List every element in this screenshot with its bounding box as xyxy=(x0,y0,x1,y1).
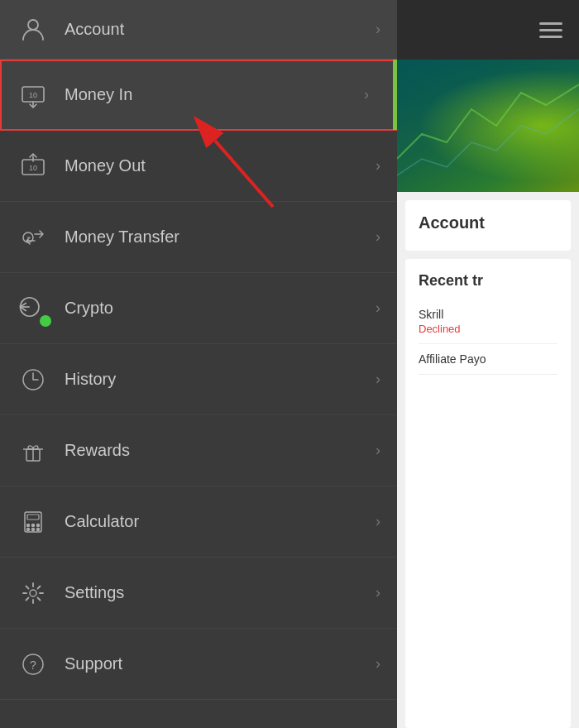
sidebar-item-history[interactable]: History › xyxy=(0,344,397,415)
transaction-item: Skrill Declined xyxy=(419,299,557,344)
svg-point-15 xyxy=(37,524,40,526)
svg-point-13 xyxy=(27,524,30,526)
money-out-icon: 10 xyxy=(17,150,50,183)
sidebar-item-label: Money In xyxy=(65,85,356,104)
account-icon xyxy=(17,13,50,46)
chevron-right-icon: › xyxy=(376,442,380,459)
svg-point-18 xyxy=(37,528,40,530)
recent-section-title: Recent tr xyxy=(419,272,557,290)
money-transfer-icon: 1 xyxy=(17,221,50,254)
sidebar-item-label: Support xyxy=(65,654,367,673)
sidebar-item-calculator[interactable]: Calculator › xyxy=(0,486,397,558)
banner-image xyxy=(397,60,579,192)
sidebar-item-label: History xyxy=(65,370,367,389)
chevron-right-icon: › xyxy=(376,299,380,317)
sidebar-item-crypto[interactable]: Crypto › xyxy=(0,273,397,344)
sidebar-item-label: Settings xyxy=(65,583,367,602)
transaction-item: Affiliate Payo xyxy=(419,344,557,375)
chevron-right-icon: › xyxy=(376,21,380,38)
chevron-right-icon: › xyxy=(364,86,369,103)
transaction-name: Affiliate Payo xyxy=(419,352,557,366)
settings-icon xyxy=(17,577,50,610)
sidebar-item-settings[interactable]: Settings › xyxy=(0,558,397,629)
support-icon: ? xyxy=(17,648,50,681)
svg-text:?: ? xyxy=(30,659,36,672)
account-section: Account xyxy=(405,200,571,251)
svg-rect-12 xyxy=(27,515,39,520)
accent-bar xyxy=(393,60,397,130)
chevron-right-icon: › xyxy=(376,584,380,601)
sidebar: Account › 10 Money In › xyxy=(0,0,397,728)
svg-point-0 xyxy=(28,20,38,30)
account-section-title: Account xyxy=(419,213,557,232)
chevron-right-icon: › xyxy=(376,513,380,530)
hamburger-line-3 xyxy=(539,36,562,38)
sidebar-item-label: Crypto xyxy=(65,299,367,318)
money-in-icon: 10 xyxy=(17,79,50,112)
sidebar-item-money-transfer[interactable]: 1 Money Transfer › xyxy=(0,202,397,273)
svg-text:10: 10 xyxy=(29,91,37,99)
chevron-right-icon: › xyxy=(376,157,380,175)
sidebar-item-label: Money Transfer xyxy=(65,228,367,247)
hamburger-line-2 xyxy=(539,29,562,31)
right-header xyxy=(397,0,579,60)
svg-text:10: 10 xyxy=(29,164,37,172)
sidebar-item-label: Account xyxy=(65,20,367,39)
svg-point-19 xyxy=(30,590,36,596)
sidebar-item-money-out[interactable]: 10 Money Out › xyxy=(0,131,397,202)
svg-point-16 xyxy=(27,528,30,530)
history-icon xyxy=(17,363,50,396)
sidebar-item-account[interactable]: Account › xyxy=(0,0,397,60)
sidebar-item-support[interactable]: ? Support › xyxy=(0,629,397,700)
crypto-icon-wrapper xyxy=(17,292,50,325)
transaction-name: Skrill xyxy=(419,308,557,321)
hamburger-menu-button[interactable] xyxy=(539,22,562,38)
svg-point-17 xyxy=(32,528,35,530)
recent-section: Recent tr Skrill Declined Affiliate Payo xyxy=(405,259,571,728)
transaction-status: Declined xyxy=(419,323,557,335)
svg-point-14 xyxy=(32,524,35,526)
crypto-active-dot xyxy=(40,315,51,327)
sidebar-item-label: Rewards xyxy=(65,441,367,460)
calculator-icon xyxy=(17,505,50,539)
rewards-icon xyxy=(17,434,50,467)
chevron-right-icon: › xyxy=(376,655,380,673)
sidebar-item-money-in[interactable]: 10 Money In › xyxy=(0,60,397,131)
right-panel: Account Recent tr Skrill Declined Affili… xyxy=(397,0,579,728)
sidebar-item-label: Money Out xyxy=(65,156,367,175)
chevron-right-icon: › xyxy=(376,228,380,246)
sidebar-item-rewards[interactable]: Rewards › xyxy=(0,415,397,486)
hamburger-line-1 xyxy=(539,22,562,25)
chevron-right-icon: › xyxy=(376,371,380,388)
sidebar-item-label: Calculator xyxy=(65,512,367,531)
chart-svg xyxy=(397,60,579,192)
